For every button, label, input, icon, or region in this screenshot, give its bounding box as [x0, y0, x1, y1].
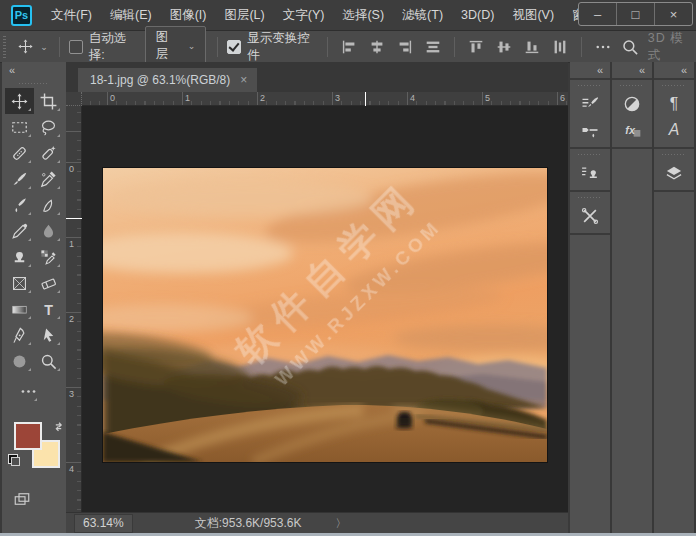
tool-brush[interactable]: [5, 166, 34, 192]
tool-ellipse[interactable]: [5, 348, 34, 374]
align-top-button[interactable]: [464, 35, 488, 59]
tool-type[interactable]: [34, 296, 63, 322]
align-buttons: [335, 35, 574, 59]
align-center-h-button[interactable]: [365, 35, 389, 59]
tool-eyedropper[interactable]: [34, 166, 63, 192]
document-size-info: 文档:953.6K/953.6K: [195, 515, 302, 532]
dist-v-button[interactable]: [548, 35, 572, 59]
tool-move[interactable]: [5, 88, 34, 114]
align-bottom-button[interactable]: [520, 35, 544, 59]
tool-frame[interactable]: [5, 270, 34, 296]
default-colors-icon[interactable]: [8, 454, 20, 466]
tool-path-select[interactable]: [34, 322, 63, 348]
maximize-button[interactable]: □: [616, 3, 654, 25]
toolbar-grip[interactable]: [19, 80, 49, 86]
tool-pen[interactable]: [5, 322, 34, 348]
panel-layers-button[interactable]: [654, 160, 694, 186]
document-tab-title: 18-1.jpg @ 63.1%(RGB/8): [90, 73, 230, 87]
panel-grip[interactable]: [662, 152, 686, 157]
tool-stamp[interactable]: [5, 244, 34, 270]
separator: [217, 37, 218, 57]
panel-column-3: «: [654, 62, 694, 533]
menu-item-0[interactable]: 文件(F): [42, 0, 101, 30]
more-icon: [594, 38, 612, 56]
options-grip[interactable]: [3, 36, 6, 58]
tool-presets-icon: [580, 206, 600, 226]
tool-spot-heal[interactable]: [5, 140, 34, 166]
dist-h-button[interactable]: [421, 35, 445, 59]
panel-character-button[interactable]: [654, 117, 694, 143]
align-left-button[interactable]: [337, 35, 361, 59]
tool-pattern-dropper[interactable]: [34, 244, 63, 270]
toolbar-collapse-button[interactable]: «: [2, 62, 66, 79]
tab-close-icon[interactable]: ×: [240, 73, 247, 87]
tool-pencil[interactable]: [5, 218, 34, 244]
status-options-chevron-icon[interactable]: 〉: [335, 516, 346, 531]
panel-grip[interactable]: [662, 83, 686, 88]
foreground-color-swatch[interactable]: [14, 422, 42, 450]
quick-mask-button[interactable]: [2, 490, 66, 508]
tool-mixer-brush[interactable]: [5, 192, 34, 218]
menu-item-5[interactable]: 选择(S): [333, 0, 393, 30]
pencil-icon: [10, 222, 29, 241]
menu-item-6[interactable]: 滤镜(T): [393, 0, 452, 30]
panel-tool-presets-button[interactable]: [570, 203, 610, 229]
swap-colors-icon[interactable]: [52, 420, 65, 433]
adjustments-icon: [622, 94, 642, 114]
tool-gradient[interactable]: [5, 296, 34, 322]
document-tab[interactable]: 18-1.jpg @ 63.1%(RGB/8) ×: [78, 68, 257, 92]
zoom-level-field[interactable]: 63.14%: [74, 514, 133, 533]
clone-source-icon: [580, 163, 600, 183]
tool-crop[interactable]: [34, 88, 63, 114]
tool-preset-chevron-icon[interactable]: ⌄: [40, 42, 48, 52]
sunset-road-photo: [103, 168, 547, 462]
panel-adjustments-button[interactable]: [612, 91, 652, 117]
panel-styles-button[interactable]: [612, 117, 652, 143]
tool-heal[interactable]: [34, 140, 63, 166]
close-button[interactable]: ×: [654, 3, 692, 25]
minimize-button[interactable]: –: [579, 3, 616, 25]
panel-column-1: «: [570, 62, 610, 533]
panel-paragraph-button[interactable]: [654, 91, 694, 117]
3d-mode-label: 3D 模式: [648, 30, 696, 64]
align-right-button[interactable]: [393, 35, 417, 59]
layers-icon: [664, 163, 684, 183]
ruler-number: 3: [335, 93, 340, 103]
tool-smudge[interactable]: [34, 192, 63, 218]
show-transform-checkbox[interactable]: [227, 40, 241, 54]
collapse-panel-button[interactable]: «: [654, 62, 694, 78]
tool-eraser[interactable]: [34, 270, 63, 296]
menu-item-3[interactable]: 图层(L): [215, 0, 273, 30]
canvas[interactable]: 0123456 01234: [66, 92, 568, 512]
tool-marquee[interactable]: [5, 114, 34, 140]
panel-brushes-button[interactable]: [570, 117, 610, 143]
menu-item-4[interactable]: 文字(Y): [274, 0, 334, 30]
collapse-panel-button[interactable]: «: [570, 62, 610, 78]
tool-zoom[interactable]: [34, 348, 63, 374]
current-tool-button[interactable]: [14, 35, 37, 59]
panel-grip[interactable]: [578, 195, 602, 200]
edit-toolbar-button[interactable]: [16, 378, 40, 404]
character-icon: [664, 120, 684, 140]
align-center-v-button[interactable]: [492, 35, 516, 59]
panel-grip[interactable]: [620, 83, 644, 88]
panel-clone-source-button[interactable]: [570, 160, 610, 186]
photoshop-window: Ps 文件(F)编辑(E)图像(I)图层(L)文字(Y)选择(S)滤镜(T)3D…: [0, 0, 696, 536]
search-button[interactable]: [618, 35, 641, 59]
tool-lasso[interactable]: [34, 114, 63, 140]
more-options-button[interactable]: [591, 35, 614, 59]
panel-brush-settings-button[interactable]: [570, 91, 610, 117]
collapse-panel-button[interactable]: «: [612, 62, 652, 78]
brush-icon: [10, 170, 29, 189]
ruler-number: 4: [69, 464, 74, 474]
panel-grip[interactable]: [578, 83, 602, 88]
auto-select-target-dropdown[interactable]: 图层 ⌄: [145, 26, 206, 67]
menu-item-7[interactable]: 3D(D): [452, 0, 503, 30]
ruler-corner: [66, 92, 82, 106]
auto-select-checkbox[interactable]: [69, 40, 83, 54]
align-bottom-icon: [523, 38, 541, 56]
menu-item-8[interactable]: 视图(V): [503, 0, 563, 30]
heal-icon: [39, 144, 58, 163]
tool-blur[interactable]: [34, 218, 63, 244]
panel-grip[interactable]: [578, 152, 602, 157]
